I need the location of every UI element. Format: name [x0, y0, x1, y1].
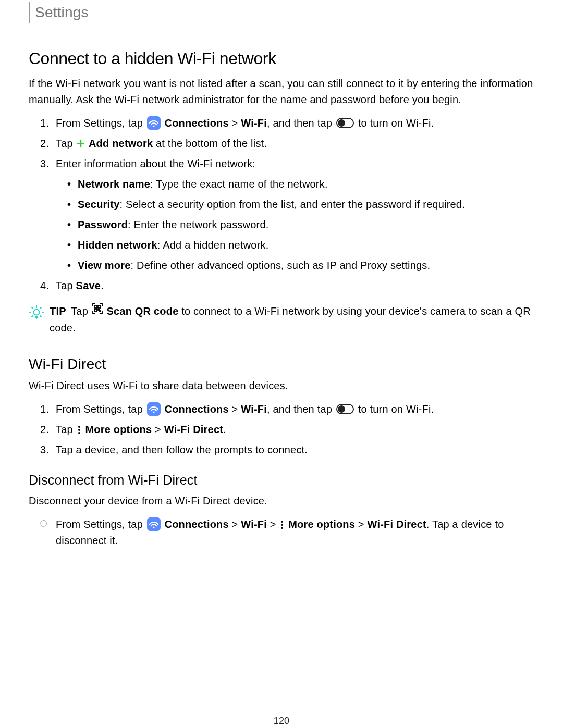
step-1: From Settings, tap Connections > Wi-Fi, …	[29, 115, 534, 131]
qr-icon	[92, 303, 103, 319]
text: From Settings, tap	[56, 519, 146, 530]
svg-rect-2	[94, 305, 97, 308]
text: : Add a hidden network.	[157, 239, 269, 251]
label: Security	[78, 199, 120, 210]
field-hidden-network: Hidden network: Add a hidden network.	[56, 237, 534, 253]
intro-wifi-direct: Wi-Fi Direct uses Wi-Fi to share data be…	[29, 378, 534, 394]
svg-point-0	[153, 125, 154, 127]
svg-point-8	[153, 526, 154, 528]
text: >	[229, 117, 241, 129]
step-4: Tap Save.	[29, 278, 534, 294]
text: >	[355, 519, 367, 530]
svg-rect-5	[98, 309, 99, 310]
step-3: Enter information about the Wi-Fi networ…	[29, 156, 534, 274]
text: >	[152, 424, 164, 435]
label: Network name	[78, 178, 150, 190]
text: : Enter the network password.	[128, 219, 268, 230]
toggle-icon	[336, 404, 354, 414]
text: Tap	[71, 305, 91, 317]
wifi-label: Wi-Fi	[241, 403, 267, 415]
step-disconnect: From Settings, tap Connections > Wi-Fi >…	[29, 516, 534, 549]
more-options-label: More options	[85, 424, 152, 435]
text: Enter information about the Wi-Fi networ…	[56, 158, 255, 169]
more-options-label: More options	[288, 519, 355, 530]
text: to turn on Wi-Fi.	[358, 403, 434, 415]
text: From Settings, tap	[56, 403, 146, 415]
lightbulb-icon	[29, 304, 44, 323]
field-password: Password: Enter the network password.	[56, 217, 534, 233]
wifi-icon	[147, 402, 161, 416]
text: , and then tap	[267, 403, 335, 415]
text: .	[101, 280, 104, 291]
toggle-icon	[336, 118, 354, 128]
wifi-direct-label: Wi-Fi Direct	[164, 424, 223, 435]
heading-connect-hidden-wifi: Connect to a hidden Wi-Fi network	[29, 49, 534, 68]
svg-rect-3	[98, 305, 101, 308]
page-number: 120	[29, 715, 534, 726]
text: Tap	[56, 424, 76, 435]
text: .	[223, 424, 226, 435]
tip-text: TIP Tap Scan QR code to connect to a Wi-…	[50, 303, 534, 336]
heading-wifi-direct: Wi-Fi Direct	[29, 356, 534, 373]
steps-wifi-direct: From Settings, tap Connections > Wi-Fi, …	[29, 401, 534, 458]
intro-disconnect: Disconnect your device from a Wi-Fi Dire…	[29, 493, 534, 509]
breadcrumb: Settings	[29, 2, 534, 23]
network-fields-list: Network name: Type the exact name of the…	[56, 176, 534, 274]
svg-rect-6	[100, 311, 101, 312]
wifi-direct-label: Wi-Fi Direct	[368, 519, 426, 530]
step-2: Tap + Add network at the bottom of the l…	[29, 135, 534, 152]
steps-hidden-wifi: From Settings, tap Connections > Wi-Fi, …	[29, 115, 534, 294]
more-options-icon	[77, 426, 81, 434]
text: >	[229, 519, 241, 530]
step-3: Tap a device, and then follow the prompt…	[29, 442, 534, 458]
step-1: From Settings, tap Connections > Wi-Fi, …	[29, 401, 534, 417]
heading-disconnect-wifi-direct: Disconnect from Wi-Fi Direct	[29, 473, 534, 488]
text: Tap	[56, 280, 76, 291]
connections-label: Connections	[165, 519, 229, 530]
wifi-label: Wi-Fi	[241, 117, 267, 129]
text: at the bottom of the list.	[153, 138, 267, 149]
save-label: Save	[76, 280, 101, 291]
label: Hidden network	[78, 239, 157, 251]
field-security: Security: Select a security option from …	[56, 196, 534, 213]
label: View more	[78, 260, 130, 271]
scan-qr-label: Scan QR code	[107, 305, 179, 317]
svg-point-7	[153, 411, 154, 413]
text: , and then tap	[267, 117, 335, 129]
plus-icon: +	[77, 135, 85, 152]
text: : Define other advanced options, such as…	[130, 260, 430, 271]
text: >	[229, 403, 241, 415]
field-network-name: Network name: Type the exact name of the…	[56, 176, 534, 192]
text: : Select a security option from the list…	[120, 199, 465, 210]
text: : Type the exact name of the network.	[150, 178, 328, 190]
label: Password	[78, 219, 128, 230]
steps-disconnect: From Settings, tap Connections > Wi-Fi >…	[29, 516, 534, 549]
text: to turn on Wi-Fi.	[358, 117, 434, 129]
intro-paragraph: If the Wi-Fi network you want is not lis…	[29, 76, 534, 108]
text: Tap	[56, 138, 76, 149]
add-network-label: Add network	[89, 138, 153, 149]
tip-callout: TIP Tap Scan QR code to connect to a Wi-…	[29, 303, 534, 336]
step-2: Tap More options > Wi-Fi Direct.	[29, 422, 534, 438]
wifi-icon	[147, 517, 161, 531]
connections-label: Connections	[165, 117, 229, 129]
svg-point-1	[34, 310, 40, 315]
connections-label: Connections	[165, 403, 229, 415]
more-options-icon	[280, 521, 284, 529]
tip-label: TIP	[50, 305, 66, 317]
text: >	[267, 519, 279, 530]
svg-rect-4	[94, 309, 97, 312]
wifi-label: Wi-Fi	[241, 519, 267, 530]
field-view-more: View more: Define other advanced options…	[56, 257, 534, 274]
wifi-icon	[147, 116, 161, 130]
text: From Settings, tap	[56, 117, 146, 129]
